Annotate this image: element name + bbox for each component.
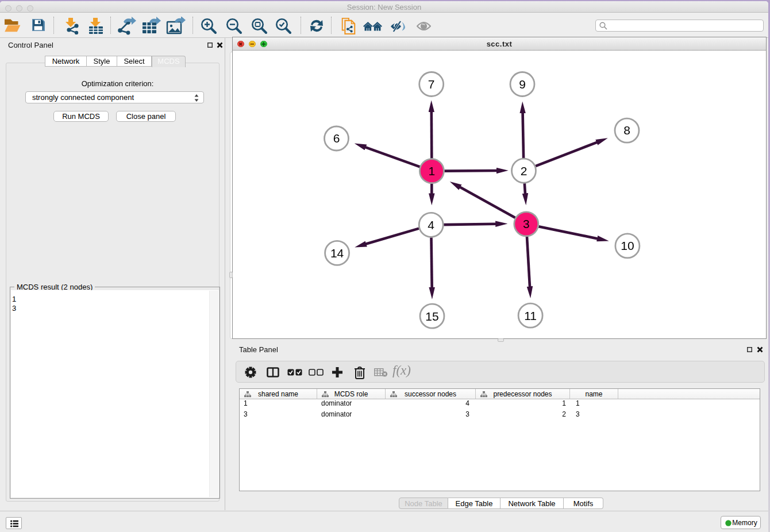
svg-text:7: 7 (428, 78, 435, 91)
svg-text:14: 14 (330, 246, 344, 260)
svg-text:11: 11 (524, 309, 537, 322)
svg-text:10: 10 (621, 239, 634, 252)
svg-text:2: 2 (521, 164, 528, 178)
svg-text:9: 9 (519, 78, 526, 91)
svg-text:4: 4 (428, 218, 434, 232)
svg-text:3: 3 (523, 217, 530, 230)
svg-text:15: 15 (425, 310, 438, 323)
svg-text:6: 6 (333, 132, 340, 145)
svg-text:1: 1 (429, 164, 436, 178)
svg-text:8: 8 (623, 124, 630, 137)
